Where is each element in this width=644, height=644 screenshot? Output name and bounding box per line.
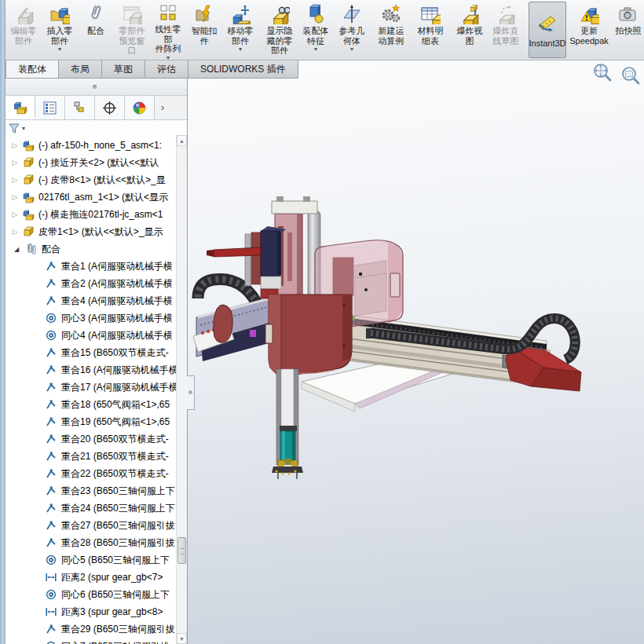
concentric-mate-icon — [45, 554, 57, 566]
tree-item-mate[interactable]: 重合4 (A伺服驱动机械手横 — [5, 292, 177, 309]
assembly-features-button[interactable]: 装配体 特征 — [298, 0, 334, 60]
dropdown-caret-icon[interactable] — [166, 54, 170, 60]
component-preview-window-icon — [122, 3, 142, 25]
expand-arrow-icon[interactable] — [10, 159, 20, 166]
tree-item-mate[interactable]: 同心5 (B650三轴伺服上下 — [5, 551, 177, 569]
mate-button[interactable]: 配合 — [78, 0, 114, 60]
update-speedpak-button[interactable]: 更新 Speedpak — [571, 0, 607, 60]
linear-component-pattern-icon — [158, 3, 178, 24]
panel-splitter-handle[interactable] — [187, 375, 195, 410]
coincident-mate-icon — [45, 623, 57, 635]
dropdown-caret-icon[interactable] — [350, 46, 353, 53]
featuremanager-tree-icon — [13, 100, 27, 115]
tree-item-mate[interactable]: 重合15 (B650双节横走式- — [5, 344, 177, 361]
concentric-mate-icon — [45, 640, 57, 644]
tree-item-mate[interactable]: 距离3 (spur gear_gb<8> — [5, 603, 177, 620]
scroll-up-arrow[interactable] — [177, 135, 187, 146]
panel-top-splitter[interactable] — [5, 79, 187, 96]
tree-item-mate[interactable]: 重合16 (A伺服驱动机械手横 — [5, 361, 177, 379]
configurationmanager-icon — [72, 101, 87, 115]
exploded-view-button[interactable]: 爆炸视 图 — [452, 0, 488, 60]
scrollbar-thumb[interactable] — [177, 537, 186, 564]
edit-component-button[interactable]: 编辑零 部件 — [5, 0, 42, 60]
tree-item-mate[interactable]: 同心4 (A伺服驱动机械手横 — [5, 327, 177, 344]
zoom-to-area-icon[interactable] — [620, 65, 641, 86]
expand-arrow-icon[interactable] — [10, 193, 20, 201]
edit-component-icon — [13, 3, 34, 25]
coincident-mate-icon — [45, 260, 57, 273]
tree-item[interactable]: (-) afr-150-h_none_5_asm<1: — [5, 137, 177, 154]
tree-item-mate[interactable]: 同心6 (B650三轴伺服上下 — [5, 586, 177, 603]
instant3d-button[interactable]: Instant3D — [529, 2, 566, 58]
tree-item[interactable]: (-) 横走拖连02176tl-jc_asm<1 — [5, 206, 177, 223]
tree-item[interactable]: (-) 接近开关<2> (默认<<默认 — [5, 154, 177, 171]
show-hidden-components-button[interactable]: 显示隐 藏的零 部件 — [262, 0, 298, 60]
tree-scrollbar[interactable] — [176, 135, 187, 644]
tab-displaymanager[interactable] — [125, 96, 155, 119]
window-border — [0, 0, 5, 644]
expand-arrow-icon[interactable] — [10, 141, 20, 149]
tree-item-mate[interactable]: 同心3 (A伺服驱动机械手横 — [5, 309, 177, 327]
feature-tree: (-) afr-150-h_none_5_asm<1: (-) 接近开关<2> … — [5, 136, 177, 644]
expand-arrow-icon[interactable] — [10, 210, 20, 218]
tree-item-mate[interactable]: 重合1 (A伺服驱动机械手横 — [5, 258, 177, 275]
tree-filter-bar[interactable] — [5, 120, 187, 137]
dropdown-caret-icon[interactable] — [314, 46, 317, 53]
tab-solidworks-addins[interactable]: SOLIDWORKS 插件 — [188, 60, 298, 79]
tab-evaluate[interactable]: 评估 — [145, 60, 188, 79]
component-preview-window-button[interactable]: 零部件 预览窗 口 — [114, 0, 150, 60]
tree-item-mate[interactable]: 重合22 (B650双节横走式- — [5, 465, 177, 482]
tree-item-mate[interactable]: 重合18 (650气阀箱<1>,65 — [5, 396, 177, 413]
linear-component-pattern-button[interactable]: 线性零部 件阵列 — [150, 0, 186, 60]
coincident-mate-icon — [45, 536, 57, 549]
instant3d-icon — [536, 13, 559, 35]
insert-component-button[interactable]: 插入零 部件 — [42, 0, 78, 60]
part-icon — [22, 225, 35, 238]
take-snapshot-button[interactable]: 拍快照 — [610, 0, 644, 60]
tab-configurationmanager[interactable] — [65, 96, 95, 119]
bill-of-materials-button[interactable]: 材料明 细表 — [412, 0, 448, 60]
tree-item[interactable]: (-) 皮带8<1> (默认<<默认>_显 — [5, 171, 177, 188]
tree-item-mate[interactable]: 同心7 (B650三轴伺服引拔 — [5, 638, 177, 644]
zoom-to-fit-icon[interactable] — [592, 62, 613, 82]
tree-item[interactable]: 02176tl_asm_1<1> (默认<显示 — [5, 188, 177, 206]
reference-geometry-button[interactable]: 参考几 何体 — [334, 0, 370, 60]
tree-item-mate[interactable]: 重合28 (B650三轴伺服引拔 — [5, 534, 177, 551]
coincident-mate-icon — [45, 364, 57, 376]
dropdown-caret-icon[interactable] — [58, 46, 61, 53]
tab-propertymanager[interactable] — [35, 96, 65, 119]
expand-arrow-icon[interactable] — [10, 176, 20, 184]
tree-item-mate[interactable]: 重合24 (B650三轴伺服上下 — [5, 499, 177, 517]
tree-item-mates-folder[interactable]: 配合 — [5, 240, 177, 258]
tree-item[interactable]: 皮带1<1> (默认<<默认>_显示 — [5, 223, 177, 240]
dimxpertmanager-icon — [102, 101, 117, 115]
tree-item-mate[interactable]: 重合23 (B650三轴伺服上下 — [5, 482, 177, 499]
explode-line-sketch-button[interactable]: 爆炸直 线草图 — [488, 0, 524, 60]
tree-item-mate[interactable]: 重合17 (A伺服驱动机械手横 — [5, 379, 177, 396]
scroll-down-arrow[interactable] — [177, 633, 187, 644]
tree-item-mate[interactable]: 重合19 (650气阀箱<1>,65 — [5, 413, 177, 430]
tree-item-mate[interactable]: 重合27 (B650三轴伺服引拔 — [5, 517, 177, 534]
panel-tabs-overflow-arrow[interactable]: › — [155, 96, 170, 119]
distance-mate-icon — [45, 606, 57, 618]
tab-featuremanager-design-tree[interactable] — [5, 96, 35, 119]
new-motion-study-button[interactable]: 新建运 动算例 — [373, 0, 409, 60]
tab-assembly[interactable]: 装配体 — [5, 60, 59, 79]
tree-item-mate[interactable]: 重合29 (B650三轴伺服引拔 — [5, 620, 177, 638]
filter-caret-icon[interactable] — [22, 125, 25, 132]
splitter-grip-icon — [188, 390, 192, 394]
tree-item-mate[interactable]: 重合2 (A伺服驱动机械手横 — [5, 275, 177, 292]
assembly-features-icon — [306, 3, 326, 25]
dropdown-caret-icon[interactable] — [239, 46, 242, 53]
tree-item-mate[interactable]: 距离2 (spur gear_gb<7> — [5, 569, 177, 586]
collapse-arrow-icon[interactable] — [12, 245, 21, 253]
tree-item-mate[interactable]: 重合20 (B650双节横走式- — [5, 430, 177, 448]
smart-fasteners-button[interactable]: 智能扣 件 — [186, 0, 222, 60]
move-component-button[interactable]: 移动零 部件 — [222, 0, 258, 60]
tab-dimxpertmanager[interactable] — [95, 96, 125, 119]
expand-arrow-icon[interactable] — [10, 228, 20, 236]
tab-sketch[interactable]: 草图 — [101, 60, 145, 79]
assembly-icon — [22, 208, 35, 221]
tree-item-mate[interactable]: 重合21 (B650双节横走式- — [5, 448, 177, 465]
tab-layout[interactable]: 布局 — [58, 60, 102, 79]
